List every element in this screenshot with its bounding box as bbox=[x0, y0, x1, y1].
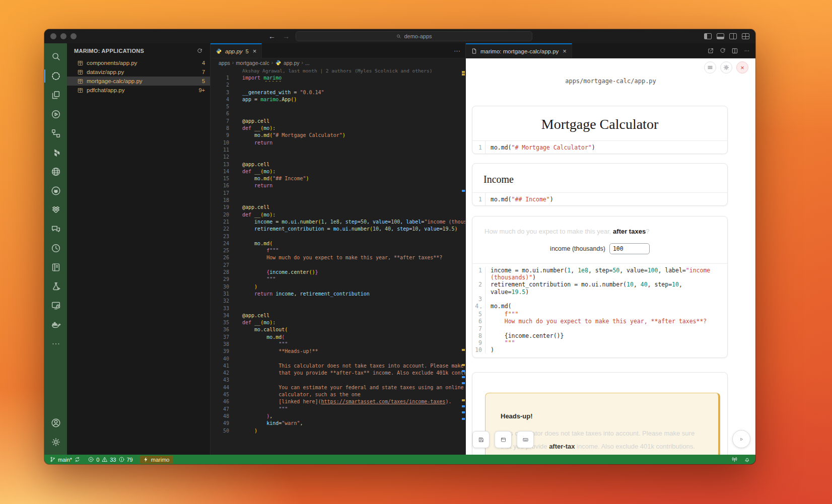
code-line[interactable]: 25 f""" bbox=[211, 247, 465, 254]
code-line[interactable]: 5 bbox=[211, 103, 465, 110]
tab-app-py[interactable]: app.py 5 × bbox=[211, 43, 262, 58]
breadcrumb-symbol[interactable]: ... bbox=[305, 60, 310, 66]
code-line[interactable]: 49 kind="warn", bbox=[211, 420, 465, 427]
back-arrow-icon[interactable]: ← bbox=[267, 32, 276, 40]
split-editor-icon[interactable] bbox=[731, 47, 738, 54]
sidebar-item-mortgage-calc-app-py[interactable]: mortgage-calc/app.py 5 bbox=[67, 77, 210, 86]
activity-item-run-circle-icon[interactable] bbox=[44, 105, 67, 124]
code-line[interactable]: 4app = marimo.App() bbox=[211, 96, 465, 103]
run-app-button[interactable] bbox=[732, 430, 750, 448]
activity-item-remote-monitor-icon[interactable] bbox=[44, 296, 67, 315]
breadcrumb-apps[interactable]: apps bbox=[219, 60, 230, 66]
overview-ruler[interactable] bbox=[461, 67, 465, 455]
sidebar-item-dataviz-app-py[interactable]: dataviz/app.py 7 bbox=[67, 67, 210, 77]
preview-code-line[interactable]: 1income = mo.ui.number(1, 1e8, step=50, … bbox=[472, 267, 720, 281]
code-line[interactable]: 36 mo.callout( bbox=[211, 326, 465, 333]
code-line[interactable]: 34@app.cell bbox=[211, 312, 465, 319]
git-branch-status[interactable]: main* bbox=[49, 456, 81, 463]
code-line[interactable]: 40 bbox=[211, 355, 465, 363]
toggle-panel-icon[interactable] bbox=[717, 33, 724, 39]
cell-code[interactable]: mo.md("# Mortgage Calculator") bbox=[486, 144, 595, 151]
code-line[interactable]: 27 bbox=[211, 262, 465, 269]
code-line[interactable]: 45 calculator, such as the one bbox=[211, 391, 465, 398]
preview-code-line[interactable]: 4⌄mo.md( bbox=[472, 303, 720, 311]
zoom-window-button[interactable] bbox=[71, 33, 77, 39]
code-line[interactable]: 6 bbox=[211, 110, 465, 117]
activity-item-account-icon[interactable] bbox=[44, 413, 67, 433]
tab-marimo-preview[interactable]: marimo: mortgage-calc/app.py × bbox=[466, 43, 572, 58]
code-line[interactable]: 21 income = mo.ui.number(1, 1e8, step=50… bbox=[211, 219, 465, 226]
activity-item-timer-icon[interactable] bbox=[44, 239, 67, 258]
problems-status[interactable]: 0 33 79 bbox=[88, 456, 133, 463]
code-line[interactable]: 47 """ bbox=[211, 406, 465, 413]
save-button[interactable] bbox=[472, 431, 490, 448]
code-line[interactable]: 44 You can estimate your federal and sta… bbox=[211, 384, 465, 391]
breadcrumb-folder[interactable]: mortgage-calc bbox=[236, 60, 269, 66]
forward-arrow-icon[interactable]: → bbox=[282, 32, 291, 40]
code-line[interactable]: 18 bbox=[211, 197, 465, 204]
marimo-status-badge[interactable]: marimo bbox=[140, 456, 174, 464]
activity-item-more-icon[interactable] bbox=[44, 334, 67, 353]
activity-item-github-icon[interactable] bbox=[44, 181, 67, 200]
activity-item-docker-icon[interactable] bbox=[44, 315, 67, 334]
open-window-button[interactable] bbox=[495, 431, 512, 448]
code-line[interactable]: 15 mo.md("## Income") bbox=[211, 175, 465, 182]
toggle-sidebar-left-icon[interactable] bbox=[704, 33, 712, 39]
code-line[interactable]: 33 bbox=[211, 305, 465, 312]
more-icon[interactable] bbox=[743, 47, 750, 54]
code-line[interactable]: 11 bbox=[211, 147, 465, 154]
preview-code-line[interactable]: 7 bbox=[472, 325, 720, 332]
close-window-button[interactable] bbox=[50, 33, 56, 39]
activity-item-symbols-icon[interactable] bbox=[44, 124, 67, 143]
preview-code-line[interactable]: 2retirement_contribution = mo.ui.number(… bbox=[472, 281, 720, 295]
preview-code-line[interactable]: 3 bbox=[472, 296, 720, 303]
preview-code-line[interactable]: 9 """ bbox=[472, 339, 720, 346]
close-button[interactable]: × bbox=[736, 61, 748, 74]
tab-close-icon[interactable]: × bbox=[253, 47, 257, 55]
code-line[interactable]: 22 retirement_contribution = mo.ui.numbe… bbox=[211, 226, 465, 233]
code-line[interactable]: 20def __(mo): bbox=[211, 211, 465, 219]
code-line[interactable]: 14def __(mo): bbox=[211, 168, 465, 175]
code-line[interactable]: 43 bbox=[211, 377, 465, 384]
activity-item-search-icon[interactable] bbox=[44, 47, 67, 66]
breadcrumb-file[interactable]: app.py bbox=[284, 60, 300, 66]
customize-layout-icon[interactable] bbox=[742, 33, 749, 39]
code-line[interactable]: 39 **Heads-up!** bbox=[211, 348, 465, 355]
code-line[interactable]: 48 ), bbox=[211, 413, 465, 420]
more-actions-icon[interactable]: ··· bbox=[454, 47, 460, 54]
refresh-icon[interactable] bbox=[196, 48, 203, 54]
sidebar-item-pdfchat-app-py[interactable]: pdfchat/app.py 9+ bbox=[67, 86, 210, 95]
code-line[interactable]: 12 bbox=[211, 154, 465, 161]
code-line[interactable]: 26 How much do you expect to make this y… bbox=[211, 254, 465, 261]
bell-icon[interactable] bbox=[744, 456, 750, 463]
minimize-window-button[interactable] bbox=[60, 33, 66, 39]
preview-code-line[interactable]: 6 How much do you expect to make this ye… bbox=[472, 318, 720, 325]
preview-code-line[interactable]: 10) bbox=[472, 346, 720, 353]
code-line[interactable]: 30 ) bbox=[211, 283, 465, 291]
open-external-icon[interactable] bbox=[707, 47, 714, 54]
code-line[interactable]: 37 mo.md( bbox=[211, 334, 465, 341]
command-center-search[interactable]: demo-apps bbox=[296, 31, 532, 41]
keyboard-shortcuts-button[interactable] bbox=[517, 431, 534, 448]
reload-icon[interactable] bbox=[719, 47, 726, 54]
activity-item-dropbox-icon[interactable] bbox=[44, 200, 67, 220]
sidebar-item-components-app-py[interactable]: components/app.py 4 bbox=[67, 58, 210, 67]
activity-item-settings-gear-icon[interactable] bbox=[44, 433, 67, 452]
activity-item-test-flask-icon[interactable] bbox=[44, 277, 67, 296]
gear-button[interactable] bbox=[720, 61, 732, 74]
cell-code[interactable]: mo.md("## Income") bbox=[486, 196, 553, 203]
broadcast-icon[interactable] bbox=[731, 456, 738, 463]
code-line[interactable]: 19@app.cell bbox=[211, 204, 465, 211]
code-line[interactable]: 1import marimo bbox=[211, 75, 465, 82]
code-line[interactable]: 3__generated_with = "0.0.14" bbox=[211, 89, 465, 96]
code-line[interactable]: 46 [linked here](https://smartasset.com/… bbox=[211, 398, 465, 405]
chevron-down-icon[interactable]: ⌄ bbox=[479, 305, 482, 309]
activity-item-globe-icon[interactable] bbox=[44, 162, 67, 181]
code-line[interactable]: 17 bbox=[211, 190, 465, 197]
tab-close-icon[interactable]: × bbox=[563, 47, 567, 55]
code-line[interactable]: 10 return bbox=[211, 139, 465, 147]
code-line[interactable]: 29 """ bbox=[211, 276, 465, 283]
income-number-input[interactable] bbox=[609, 243, 650, 254]
activity-item-marimo-icon[interactable] bbox=[44, 66, 67, 86]
code-line[interactable]: 41 This calculator does not take taxes i… bbox=[211, 363, 465, 370]
